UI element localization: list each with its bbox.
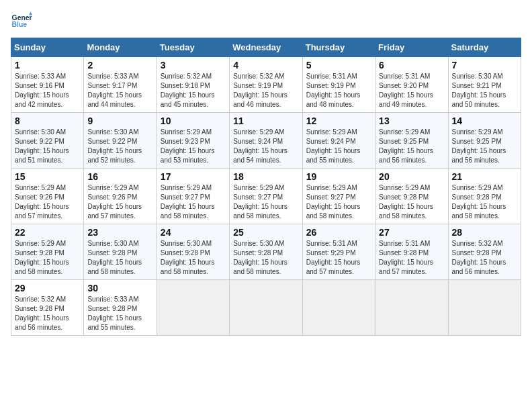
day-info: Sunrise: 5:32 AM Sunset: 9:28 PM Dayligh… xyxy=(15,295,80,332)
calendar-cell: 5Sunrise: 5:31 AM Sunset: 9:19 PM Daylig… xyxy=(302,57,375,113)
day-info: Sunrise: 5:31 AM Sunset: 9:29 PM Dayligh… xyxy=(306,239,371,277)
day-number: 10 xyxy=(161,116,226,126)
calendar-cell: 25Sunrise: 5:30 AM Sunset: 9:28 PM Dayli… xyxy=(230,224,302,280)
calendar-cell: 2Sunrise: 5:33 AM Sunset: 9:17 PM Daylig… xyxy=(84,57,157,113)
day-info: Sunrise: 5:29 AM Sunset: 9:25 PM Dayligh… xyxy=(452,128,517,165)
day-number: 4 xyxy=(233,60,298,71)
day-info: Sunrise: 5:29 AM Sunset: 9:28 PM Dayligh… xyxy=(379,183,444,221)
day-number: 17 xyxy=(161,171,226,182)
calendar-cell: 18Sunrise: 5:29 AM Sunset: 9:27 PM Dayli… xyxy=(230,169,302,224)
day-number: 11 xyxy=(233,116,298,126)
calendar-table: SundayMondayTuesdayWednesdayThursdayFrid… xyxy=(11,38,521,336)
day-number: 24 xyxy=(161,227,226,238)
calendar-cell: 13Sunrise: 5:29 AM Sunset: 9:25 PM Dayli… xyxy=(375,113,448,169)
day-number: 16 xyxy=(87,171,152,182)
day-info: Sunrise: 5:31 AM Sunset: 9:28 PM Dayligh… xyxy=(379,239,444,277)
day-number: 13 xyxy=(379,116,444,126)
day-info: Sunrise: 5:31 AM Sunset: 9:19 PM Dayligh… xyxy=(306,72,371,109)
calendar-cell: 21Sunrise: 5:29 AM Sunset: 9:28 PM Dayli… xyxy=(448,169,521,224)
calendar-week-row: 29Sunrise: 5:32 AM Sunset: 9:28 PM Dayli… xyxy=(11,280,521,336)
day-number: 22 xyxy=(15,227,80,238)
day-number: 20 xyxy=(379,171,444,182)
calendar-cell: 12Sunrise: 5:29 AM Sunset: 9:24 PM Dayli… xyxy=(302,113,375,169)
calendar-cell: 8Sunrise: 5:30 AM Sunset: 9:22 PM Daylig… xyxy=(11,113,84,169)
calendar-cell: 28Sunrise: 5:32 AM Sunset: 9:28 PM Dayli… xyxy=(448,224,521,280)
weekday-header-cell: Saturday xyxy=(448,38,521,57)
day-number: 14 xyxy=(452,116,517,126)
day-number: 6 xyxy=(379,60,444,71)
day-info: Sunrise: 5:32 AM Sunset: 9:19 PM Dayligh… xyxy=(233,72,298,109)
calendar-cell: 3Sunrise: 5:32 AM Sunset: 9:18 PM Daylig… xyxy=(157,57,229,113)
calendar-cell: 14Sunrise: 5:29 AM Sunset: 9:25 PM Dayli… xyxy=(448,113,521,169)
calendar-cell xyxy=(230,280,302,336)
day-info: Sunrise: 5:29 AM Sunset: 9:23 PM Dayligh… xyxy=(161,128,226,165)
day-info: Sunrise: 5:30 AM Sunset: 9:28 PM Dayligh… xyxy=(161,239,226,277)
day-info: Sunrise: 5:33 AM Sunset: 9:17 PM Dayligh… xyxy=(87,72,152,109)
weekday-header-cell: Sunday xyxy=(11,38,84,57)
calendar-cell: 15Sunrise: 5:29 AM Sunset: 9:26 PM Dayli… xyxy=(11,169,84,224)
calendar-cell: 30Sunrise: 5:33 AM Sunset: 9:28 PM Dayli… xyxy=(84,280,157,336)
day-info: Sunrise: 5:29 AM Sunset: 9:24 PM Dayligh… xyxy=(306,128,371,165)
logo-icon: General Blue xyxy=(11,11,32,32)
calendar-week-row: 1Sunrise: 5:33 AM Sunset: 9:16 PM Daylig… xyxy=(11,57,521,113)
day-info: Sunrise: 5:30 AM Sunset: 9:21 PM Dayligh… xyxy=(452,72,517,109)
day-number: 27 xyxy=(379,227,444,238)
calendar-cell xyxy=(302,280,375,336)
day-info: Sunrise: 5:32 AM Sunset: 9:18 PM Dayligh… xyxy=(161,72,226,109)
weekday-header-cell: Tuesday xyxy=(157,38,229,57)
day-number: 15 xyxy=(15,171,80,182)
svg-marker-2 xyxy=(29,12,32,15)
calendar-week-row: 22Sunrise: 5:29 AM Sunset: 9:28 PM Dayli… xyxy=(11,224,521,280)
day-number: 7 xyxy=(452,60,517,71)
calendar-cell: 11Sunrise: 5:29 AM Sunset: 9:24 PM Dayli… xyxy=(230,113,302,169)
calendar-cell: 4Sunrise: 5:32 AM Sunset: 9:19 PM Daylig… xyxy=(230,57,302,113)
day-info: Sunrise: 5:29 AM Sunset: 9:26 PM Dayligh… xyxy=(87,183,152,221)
calendar-cell: 27Sunrise: 5:31 AM Sunset: 9:28 PM Dayli… xyxy=(375,224,448,280)
day-number: 3 xyxy=(161,60,226,71)
day-number: 9 xyxy=(87,116,152,126)
day-info: Sunrise: 5:29 AM Sunset: 9:27 PM Dayligh… xyxy=(306,183,371,221)
day-number: 5 xyxy=(306,60,371,71)
calendar-cell: 7Sunrise: 5:30 AM Sunset: 9:21 PM Daylig… xyxy=(448,57,521,113)
calendar-cell: 16Sunrise: 5:29 AM Sunset: 9:26 PM Dayli… xyxy=(84,169,157,224)
calendar-cell: 9Sunrise: 5:30 AM Sunset: 9:22 PM Daylig… xyxy=(84,113,157,169)
day-number: 28 xyxy=(452,227,517,238)
calendar-body: 1Sunrise: 5:33 AM Sunset: 9:16 PM Daylig… xyxy=(11,57,521,336)
day-number: 23 xyxy=(87,227,152,238)
calendar-week-row: 15Sunrise: 5:29 AM Sunset: 9:26 PM Dayli… xyxy=(11,169,521,224)
calendar-cell: 10Sunrise: 5:29 AM Sunset: 9:23 PM Dayli… xyxy=(157,113,229,169)
weekday-header-cell: Thursday xyxy=(302,38,375,57)
day-info: Sunrise: 5:29 AM Sunset: 9:28 PM Dayligh… xyxy=(452,183,517,221)
page-header: General Blue xyxy=(11,11,521,32)
weekday-header-cell: Friday xyxy=(375,38,448,57)
day-info: Sunrise: 5:29 AM Sunset: 9:28 PM Dayligh… xyxy=(15,239,80,277)
calendar-cell: 22Sunrise: 5:29 AM Sunset: 9:28 PM Dayli… xyxy=(11,224,84,280)
calendar-cell: 29Sunrise: 5:32 AM Sunset: 9:28 PM Dayli… xyxy=(11,280,84,336)
day-info: Sunrise: 5:29 AM Sunset: 9:26 PM Dayligh… xyxy=(15,183,80,221)
day-number: 26 xyxy=(306,227,371,238)
day-number: 18 xyxy=(233,171,298,182)
day-number: 2 xyxy=(87,60,152,71)
calendar-cell: 19Sunrise: 5:29 AM Sunset: 9:27 PM Dayli… xyxy=(302,169,375,224)
day-info: Sunrise: 5:29 AM Sunset: 9:27 PM Dayligh… xyxy=(233,183,298,221)
calendar-week-row: 8Sunrise: 5:30 AM Sunset: 9:22 PM Daylig… xyxy=(11,113,521,169)
day-number: 1 xyxy=(15,60,80,71)
calendar-cell: 1Sunrise: 5:33 AM Sunset: 9:16 PM Daylig… xyxy=(11,57,84,113)
calendar-cell: 17Sunrise: 5:29 AM Sunset: 9:27 PM Dayli… xyxy=(157,169,229,224)
calendar-cell: 20Sunrise: 5:29 AM Sunset: 9:28 PM Dayli… xyxy=(375,169,448,224)
day-info: Sunrise: 5:33 AM Sunset: 9:16 PM Dayligh… xyxy=(15,72,80,109)
calendar-cell xyxy=(448,280,521,336)
day-info: Sunrise: 5:30 AM Sunset: 9:22 PM Dayligh… xyxy=(87,128,152,165)
day-info: Sunrise: 5:29 AM Sunset: 9:27 PM Dayligh… xyxy=(161,183,226,221)
calendar-cell xyxy=(157,280,229,336)
calendar-cell xyxy=(375,280,448,336)
svg-text:Blue: Blue xyxy=(12,21,28,28)
weekday-header-cell: Monday xyxy=(84,38,157,57)
weekday-header-row: SundayMondayTuesdayWednesdayThursdayFrid… xyxy=(11,38,521,57)
calendar-cell: 24Sunrise: 5:30 AM Sunset: 9:28 PM Dayli… xyxy=(157,224,229,280)
day-number: 25 xyxy=(233,227,298,238)
day-number: 12 xyxy=(306,116,371,126)
day-number: 21 xyxy=(452,171,517,182)
day-info: Sunrise: 5:30 AM Sunset: 9:28 PM Dayligh… xyxy=(233,239,298,277)
day-info: Sunrise: 5:31 AM Sunset: 9:20 PM Dayligh… xyxy=(379,72,444,109)
